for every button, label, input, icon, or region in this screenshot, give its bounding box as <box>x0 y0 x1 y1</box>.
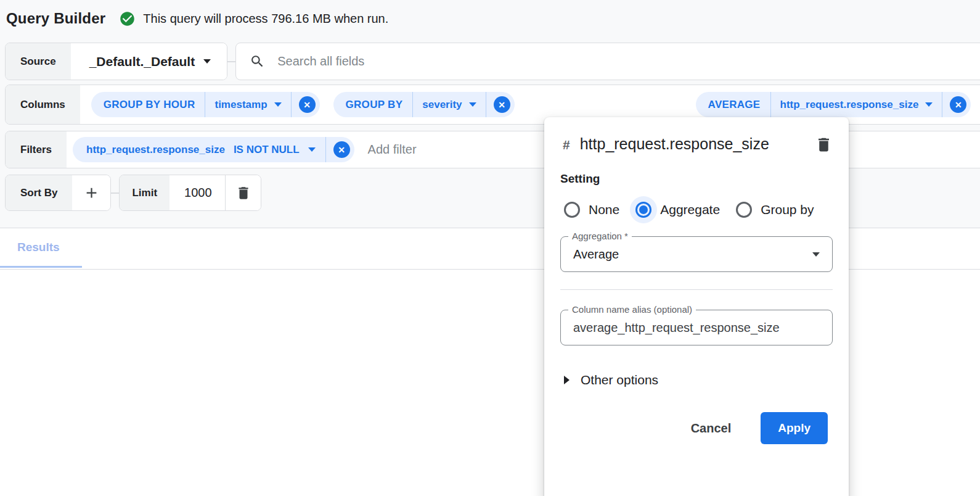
column-alias-label: Column name alias (optional) <box>568 304 696 315</box>
chip-prefix: GROUP BY HOUR <box>91 99 205 111</box>
chevron-down-icon <box>308 147 316 152</box>
close-icon: ✕ <box>494 96 510 113</box>
chevron-down-icon <box>274 102 282 107</box>
chip-field-name: severity <box>422 99 462 111</box>
chip-field-dropdown[interactable]: severity <box>413 99 485 111</box>
column-chip-response-size: AVERAGE http_request.response_size ✕ <box>696 92 971 117</box>
popup-divider <box>560 289 833 290</box>
chevron-down-icon <box>925 102 933 107</box>
chip-field-dropdown[interactable]: http_request.response_size <box>771 99 942 111</box>
radio-label: Aggregate <box>660 202 720 217</box>
add-sort-button[interactable] <box>72 175 110 210</box>
column-alias-field-group: Column name alias (optional) <box>560 310 833 345</box>
sort-by-group: Sort By <box>5 175 111 211</box>
source-label: Source <box>6 43 71 80</box>
popup-title: http_request.response_size <box>580 130 797 159</box>
search-field-group <box>235 43 980 80</box>
filter-field-name: http_request.response_size <box>86 144 225 156</box>
radio-label: Group by <box>761 202 814 217</box>
other-options-label: Other options <box>581 373 658 387</box>
other-options-expander[interactable]: Other options <box>564 373 658 387</box>
limit-group: Limit <box>119 175 261 211</box>
trash-icon <box>235 185 251 201</box>
add-filter-placeholder[interactable]: Add filter <box>368 143 417 157</box>
query-builder-header: Query Builder This query will process 79… <box>6 10 388 27</box>
setting-radio-group: None Aggregate Group by <box>564 202 833 218</box>
filter-chip-dropdown[interactable]: http_request.response_size IS NOT NULL <box>73 144 325 156</box>
delete-column-button[interactable] <box>815 136 833 154</box>
column-settings-popup: # http_request.response_size Setting Non… <box>544 117 849 496</box>
radio-selected-icon <box>635 202 651 218</box>
columns-label: Columns <box>6 85 80 124</box>
numeric-type-icon: # <box>563 138 570 152</box>
setting-heading: Setting <box>560 172 833 186</box>
chip-field-dropdown[interactable]: timestamp <box>205 99 290 111</box>
apply-button[interactable]: Apply <box>761 412 828 444</box>
tab-results[interactable]: Results <box>0 228 82 268</box>
row-connector <box>111 192 119 194</box>
remove-column-button[interactable]: ✕ <box>942 96 971 113</box>
chip-prefix: AVERAGE <box>696 99 770 111</box>
remove-column-button[interactable]: ✕ <box>292 96 320 113</box>
column-chip-severity: GROUP BY severity ✕ <box>333 92 515 117</box>
chip-field-name: timestamp <box>214 99 267 111</box>
expand-right-icon <box>564 376 570 384</box>
limit-label: Limit <box>120 175 169 210</box>
column-alias-input[interactable] <box>573 321 820 335</box>
plus-icon <box>83 184 100 201</box>
limit-input[interactable] <box>169 175 225 210</box>
close-icon: ✕ <box>950 96 966 113</box>
sort-limit-row: Sort By Limit <box>5 175 261 211</box>
delete-limit-button[interactable] <box>225 175 261 210</box>
remove-column-button[interactable]: ✕ <box>486 96 515 113</box>
popup-footer: Cancel Apply <box>560 412 833 444</box>
sort-by-label: Sort By <box>6 175 72 210</box>
check-circle-icon <box>119 10 136 27</box>
close-icon: ✕ <box>299 96 316 113</box>
trash-icon <box>815 136 833 154</box>
filters-label: Filters <box>6 131 67 168</box>
search-input[interactable] <box>276 54 980 69</box>
aggregation-select[interactable]: Aggregation * Average <box>560 236 833 272</box>
query-status-text: This query will process 796.16 MB when r… <box>143 12 388 26</box>
column-chip-timestamp: GROUP BY HOUR timestamp ✕ <box>91 92 320 117</box>
chevron-down-icon <box>469 102 476 107</box>
tab-results-label: Results <box>17 241 60 254</box>
filter-operator: IS NOT NULL <box>234 144 300 156</box>
chip-prefix: GROUP BY <box>333 99 413 111</box>
chip-field-name: http_request.response_size <box>780 99 919 111</box>
source-row: Source _Default._Default <box>5 43 980 80</box>
page-title: Query Builder <box>6 10 105 27</box>
radio-label: None <box>589 202 619 217</box>
filter-chip-response-size: http_request.response_size IS NOT NULL ✕ <box>73 137 354 162</box>
chevron-down-icon <box>203 59 211 64</box>
source-dropdown[interactable]: _Default._Default <box>71 43 227 80</box>
row-connector <box>227 61 235 62</box>
aggregation-select-label: Aggregation * <box>568 231 632 241</box>
radio-icon <box>564 202 580 218</box>
radio-option-group-by[interactable]: Group by <box>736 202 814 218</box>
source-dropdown-value: _Default._Default <box>89 54 195 69</box>
cancel-button[interactable]: Cancel <box>687 421 735 436</box>
close-icon: ✕ <box>333 141 350 158</box>
chevron-down-icon <box>812 252 820 257</box>
radio-option-aggregate[interactable]: Aggregate <box>635 202 720 218</box>
radio-option-none[interactable]: None <box>564 202 619 218</box>
search-icon <box>250 54 265 69</box>
source-group: Source _Default._Default <box>5 43 227 80</box>
aggregation-select-value: Average <box>573 247 812 262</box>
radio-icon <box>736 202 752 218</box>
popup-title-row: # http_request.response_size <box>560 130 833 159</box>
remove-filter-button[interactable]: ✕ <box>326 141 354 158</box>
